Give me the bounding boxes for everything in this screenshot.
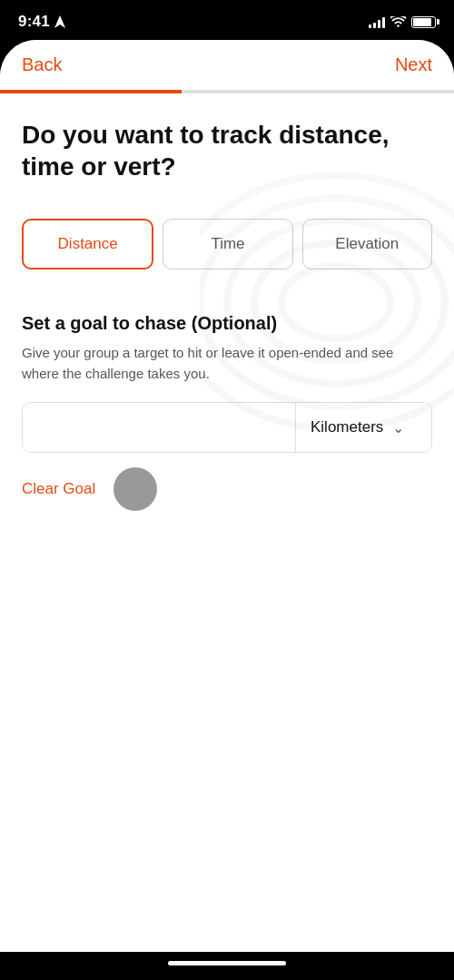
goal-section: Set a goal to chase (Optional) Give your… [22, 313, 432, 511]
elevation-button[interactable]: Elevation [302, 219, 432, 270]
status-icons [369, 15, 436, 28]
goal-unit-label: Kilometers [311, 418, 383, 436]
toggle-circle[interactable] [114, 467, 157, 511]
location-icon [54, 15, 65, 28]
time-button[interactable]: Time [163, 219, 292, 270]
nav-bar: Back Next [0, 40, 454, 90]
goal-number-input[interactable] [23, 403, 295, 452]
clear-goal-button[interactable]: Clear Goal [22, 480, 95, 498]
next-button[interactable]: Next [395, 54, 432, 75]
status-time: 9:41 [18, 13, 50, 31]
app-screen: Back Next Do you want to track distance,… [0, 40, 454, 952]
signal-icon [369, 15, 385, 28]
goal-input-row: Kilometers ⌄ [22, 402, 432, 453]
content-wrapper: Do you want to track distance, time or v… [0, 93, 454, 952]
main-question: Do you want to track distance, time or v… [22, 119, 432, 182]
distance-button[interactable]: Distance [22, 219, 153, 270]
clear-goal-row: Clear Goal [22, 467, 432, 511]
main-content: Do you want to track distance, time or v… [0, 93, 454, 952]
goal-description: Give your group a target to hit or leave… [22, 343, 432, 384]
home-indicator [0, 952, 454, 980]
wifi-icon [390, 16, 406, 28]
home-bar [168, 961, 286, 965]
battery-icon [411, 16, 436, 28]
tracking-buttons: Distance Time Elevation [22, 219, 432, 270]
back-button[interactable]: Back [22, 54, 62, 75]
goal-unit-selector[interactable]: Kilometers ⌄ [295, 403, 431, 452]
chevron-down-icon: ⌄ [392, 419, 404, 436]
goal-title: Set a goal to chase (Optional) [22, 313, 432, 334]
status-bar: 9:41 [0, 0, 454, 40]
